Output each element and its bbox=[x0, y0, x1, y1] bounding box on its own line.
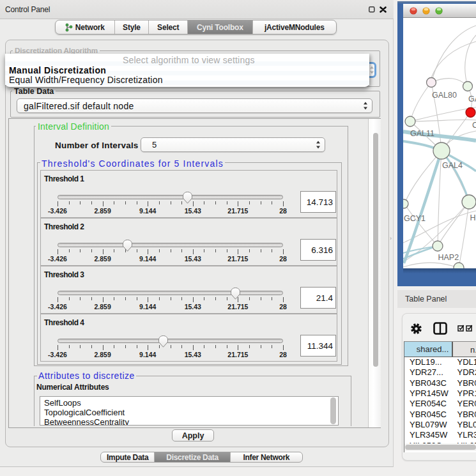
svg-text:GAL4: GAL4 bbox=[442, 161, 463, 170]
svg-text:GCY1: GCY1 bbox=[404, 214, 426, 223]
svg-text:GAL4: GAL4 bbox=[468, 95, 476, 104]
svg-text:GAL80: GAL80 bbox=[432, 91, 457, 100]
svg-text:HAP2: HAP2 bbox=[438, 253, 459, 262]
svg-text:HIS: HIS bbox=[470, 213, 476, 222]
svg-text:GAL11: GAL11 bbox=[410, 129, 434, 138]
svg-text:CCC: CCC bbox=[472, 121, 476, 130]
